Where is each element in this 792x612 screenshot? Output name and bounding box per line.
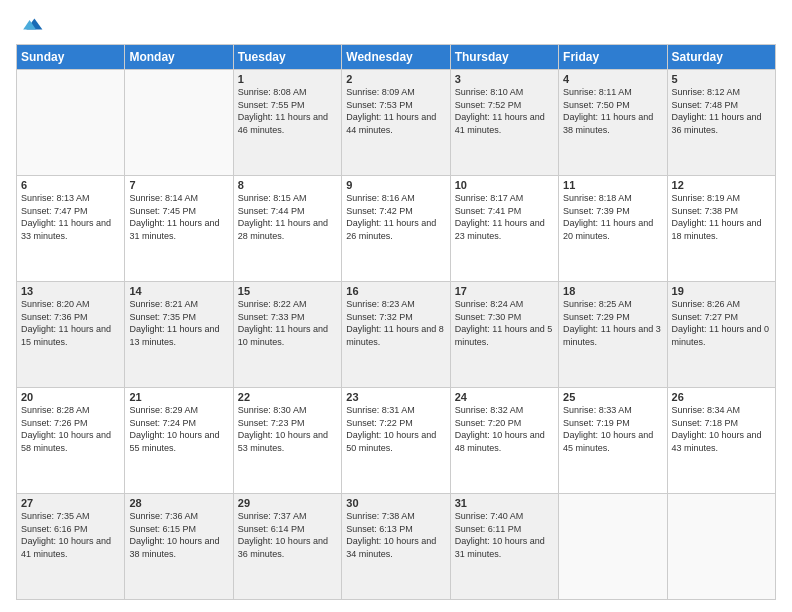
day-number: 12 bbox=[672, 179, 771, 191]
calendar-cell: 4Sunrise: 8:11 AM Sunset: 7:50 PM Daylig… bbox=[559, 70, 667, 176]
calendar-cell: 3Sunrise: 8:10 AM Sunset: 7:52 PM Daylig… bbox=[450, 70, 558, 176]
day-info: Sunrise: 8:18 AM Sunset: 7:39 PM Dayligh… bbox=[563, 192, 662, 242]
day-info: Sunrise: 8:16 AM Sunset: 7:42 PM Dayligh… bbox=[346, 192, 445, 242]
logo bbox=[16, 12, 44, 36]
page: SundayMondayTuesdayWednesdayThursdayFrid… bbox=[0, 0, 792, 612]
weekday-header-friday: Friday bbox=[559, 45, 667, 70]
calendar-header: SundayMondayTuesdayWednesdayThursdayFrid… bbox=[17, 45, 776, 70]
calendar-cell: 12Sunrise: 8:19 AM Sunset: 7:38 PM Dayli… bbox=[667, 176, 775, 282]
day-number: 11 bbox=[563, 179, 662, 191]
day-number: 15 bbox=[238, 285, 337, 297]
weekday-header-thursday: Thursday bbox=[450, 45, 558, 70]
calendar-cell: 6Sunrise: 8:13 AM Sunset: 7:47 PM Daylig… bbox=[17, 176, 125, 282]
calendar-cell: 29Sunrise: 7:37 AM Sunset: 6:14 PM Dayli… bbox=[233, 494, 341, 600]
calendar-cell: 1Sunrise: 8:08 AM Sunset: 7:55 PM Daylig… bbox=[233, 70, 341, 176]
calendar-cell bbox=[559, 494, 667, 600]
weekday-header-monday: Monday bbox=[125, 45, 233, 70]
day-number: 4 bbox=[563, 73, 662, 85]
calendar-cell: 19Sunrise: 8:26 AM Sunset: 7:27 PM Dayli… bbox=[667, 282, 775, 388]
day-number: 2 bbox=[346, 73, 445, 85]
calendar-cell: 2Sunrise: 8:09 AM Sunset: 7:53 PM Daylig… bbox=[342, 70, 450, 176]
day-number: 13 bbox=[21, 285, 120, 297]
calendar-cell: 10Sunrise: 8:17 AM Sunset: 7:41 PM Dayli… bbox=[450, 176, 558, 282]
day-info: Sunrise: 8:22 AM Sunset: 7:33 PM Dayligh… bbox=[238, 298, 337, 348]
day-info: Sunrise: 7:40 AM Sunset: 6:11 PM Dayligh… bbox=[455, 510, 554, 560]
day-number: 20 bbox=[21, 391, 120, 403]
day-info: Sunrise: 7:38 AM Sunset: 6:13 PM Dayligh… bbox=[346, 510, 445, 560]
day-number: 5 bbox=[672, 73, 771, 85]
calendar-cell: 31Sunrise: 7:40 AM Sunset: 6:11 PM Dayli… bbox=[450, 494, 558, 600]
day-info: Sunrise: 8:08 AM Sunset: 7:55 PM Dayligh… bbox=[238, 86, 337, 136]
day-info: Sunrise: 8:12 AM Sunset: 7:48 PM Dayligh… bbox=[672, 86, 771, 136]
day-number: 6 bbox=[21, 179, 120, 191]
weekday-header-wednesday: Wednesday bbox=[342, 45, 450, 70]
day-info: Sunrise: 8:19 AM Sunset: 7:38 PM Dayligh… bbox=[672, 192, 771, 242]
week-row: 13Sunrise: 8:20 AM Sunset: 7:36 PM Dayli… bbox=[17, 282, 776, 388]
calendar-table: SundayMondayTuesdayWednesdayThursdayFrid… bbox=[16, 44, 776, 600]
day-number: 1 bbox=[238, 73, 337, 85]
day-info: Sunrise: 8:25 AM Sunset: 7:29 PM Dayligh… bbox=[563, 298, 662, 348]
day-number: 8 bbox=[238, 179, 337, 191]
week-row: 27Sunrise: 7:35 AM Sunset: 6:16 PM Dayli… bbox=[17, 494, 776, 600]
day-info: Sunrise: 7:37 AM Sunset: 6:14 PM Dayligh… bbox=[238, 510, 337, 560]
calendar-cell: 21Sunrise: 8:29 AM Sunset: 7:24 PM Dayli… bbox=[125, 388, 233, 494]
weekday-row: SundayMondayTuesdayWednesdayThursdayFrid… bbox=[17, 45, 776, 70]
calendar-cell: 22Sunrise: 8:30 AM Sunset: 7:23 PM Dayli… bbox=[233, 388, 341, 494]
calendar-cell: 30Sunrise: 7:38 AM Sunset: 6:13 PM Dayli… bbox=[342, 494, 450, 600]
calendar-cell: 15Sunrise: 8:22 AM Sunset: 7:33 PM Dayli… bbox=[233, 282, 341, 388]
calendar-cell: 18Sunrise: 8:25 AM Sunset: 7:29 PM Dayli… bbox=[559, 282, 667, 388]
day-info: Sunrise: 8:13 AM Sunset: 7:47 PM Dayligh… bbox=[21, 192, 120, 242]
day-info: Sunrise: 8:26 AM Sunset: 7:27 PM Dayligh… bbox=[672, 298, 771, 348]
day-number: 21 bbox=[129, 391, 228, 403]
calendar-cell: 7Sunrise: 8:14 AM Sunset: 7:45 PM Daylig… bbox=[125, 176, 233, 282]
day-info: Sunrise: 8:14 AM Sunset: 7:45 PM Dayligh… bbox=[129, 192, 228, 242]
day-number: 31 bbox=[455, 497, 554, 509]
day-number: 9 bbox=[346, 179, 445, 191]
calendar-cell: 26Sunrise: 8:34 AM Sunset: 7:18 PM Dayli… bbox=[667, 388, 775, 494]
day-number: 23 bbox=[346, 391, 445, 403]
day-number: 24 bbox=[455, 391, 554, 403]
calendar-cell bbox=[17, 70, 125, 176]
day-info: Sunrise: 8:31 AM Sunset: 7:22 PM Dayligh… bbox=[346, 404, 445, 454]
header bbox=[16, 12, 776, 36]
weekday-header-saturday: Saturday bbox=[667, 45, 775, 70]
day-info: Sunrise: 8:24 AM Sunset: 7:30 PM Dayligh… bbox=[455, 298, 554, 348]
day-info: Sunrise: 8:10 AM Sunset: 7:52 PM Dayligh… bbox=[455, 86, 554, 136]
day-number: 27 bbox=[21, 497, 120, 509]
day-number: 29 bbox=[238, 497, 337, 509]
week-row: 6Sunrise: 8:13 AM Sunset: 7:47 PM Daylig… bbox=[17, 176, 776, 282]
day-info: Sunrise: 8:09 AM Sunset: 7:53 PM Dayligh… bbox=[346, 86, 445, 136]
calendar-cell: 14Sunrise: 8:21 AM Sunset: 7:35 PM Dayli… bbox=[125, 282, 233, 388]
weekday-header-sunday: Sunday bbox=[17, 45, 125, 70]
day-info: Sunrise: 7:36 AM Sunset: 6:15 PM Dayligh… bbox=[129, 510, 228, 560]
day-number: 7 bbox=[129, 179, 228, 191]
week-row: 20Sunrise: 8:28 AM Sunset: 7:26 PM Dayli… bbox=[17, 388, 776, 494]
day-number: 16 bbox=[346, 285, 445, 297]
day-info: Sunrise: 8:33 AM Sunset: 7:19 PM Dayligh… bbox=[563, 404, 662, 454]
day-info: Sunrise: 8:28 AM Sunset: 7:26 PM Dayligh… bbox=[21, 404, 120, 454]
day-info: Sunrise: 8:29 AM Sunset: 7:24 PM Dayligh… bbox=[129, 404, 228, 454]
day-info: Sunrise: 8:17 AM Sunset: 7:41 PM Dayligh… bbox=[455, 192, 554, 242]
calendar-cell: 9Sunrise: 8:16 AM Sunset: 7:42 PM Daylig… bbox=[342, 176, 450, 282]
day-number: 18 bbox=[563, 285, 662, 297]
day-number: 25 bbox=[563, 391, 662, 403]
day-info: Sunrise: 8:34 AM Sunset: 7:18 PM Dayligh… bbox=[672, 404, 771, 454]
calendar-cell: 20Sunrise: 8:28 AM Sunset: 7:26 PM Dayli… bbox=[17, 388, 125, 494]
logo-icon bbox=[20, 12, 44, 36]
week-row: 1Sunrise: 8:08 AM Sunset: 7:55 PM Daylig… bbox=[17, 70, 776, 176]
day-number: 3 bbox=[455, 73, 554, 85]
day-info: Sunrise: 8:20 AM Sunset: 7:36 PM Dayligh… bbox=[21, 298, 120, 348]
calendar-cell: 27Sunrise: 7:35 AM Sunset: 6:16 PM Dayli… bbox=[17, 494, 125, 600]
calendar-cell: 16Sunrise: 8:23 AM Sunset: 7:32 PM Dayli… bbox=[342, 282, 450, 388]
calendar-body: 1Sunrise: 8:08 AM Sunset: 7:55 PM Daylig… bbox=[17, 70, 776, 600]
calendar-cell: 23Sunrise: 8:31 AM Sunset: 7:22 PM Dayli… bbox=[342, 388, 450, 494]
day-number: 14 bbox=[129, 285, 228, 297]
calendar-cell: 8Sunrise: 8:15 AM Sunset: 7:44 PM Daylig… bbox=[233, 176, 341, 282]
calendar-cell: 25Sunrise: 8:33 AM Sunset: 7:19 PM Dayli… bbox=[559, 388, 667, 494]
day-number: 26 bbox=[672, 391, 771, 403]
day-info: Sunrise: 7:35 AM Sunset: 6:16 PM Dayligh… bbox=[21, 510, 120, 560]
day-number: 30 bbox=[346, 497, 445, 509]
day-info: Sunrise: 8:11 AM Sunset: 7:50 PM Dayligh… bbox=[563, 86, 662, 136]
weekday-header-tuesday: Tuesday bbox=[233, 45, 341, 70]
day-info: Sunrise: 8:30 AM Sunset: 7:23 PM Dayligh… bbox=[238, 404, 337, 454]
